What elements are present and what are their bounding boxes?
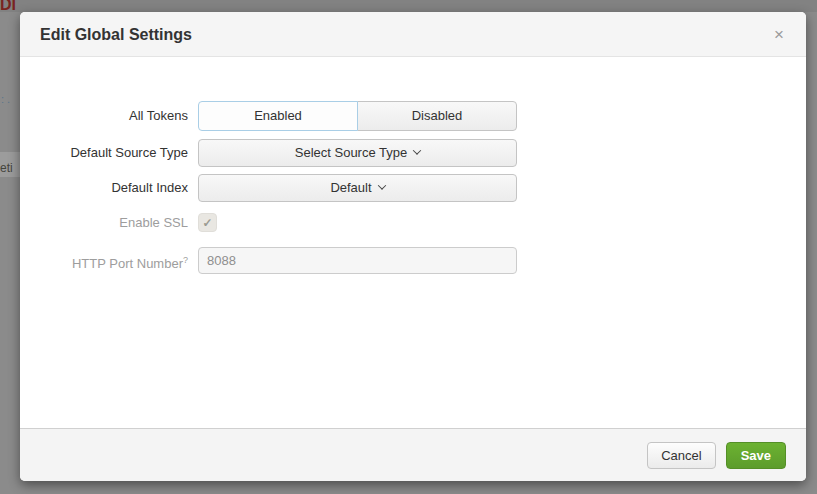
chevron-down-icon <box>377 181 385 189</box>
enabled-toggle-button[interactable]: Enabled <box>198 101 358 131</box>
default-index-value: Default <box>330 175 371 201</box>
dialog-header: Edit Global Settings × <box>20 12 806 57</box>
dialog-footer: Cancel Save <box>20 428 806 481</box>
enable-ssl-checkbox: ✓ <box>198 213 217 232</box>
cancel-button[interactable]: Cancel <box>647 442 715 469</box>
default-source-type-dropdown[interactable]: Select Source Type <box>198 139 517 167</box>
all-tokens-row: All Tokens Enabled Disabled <box>20 101 806 131</box>
dialog-title: Edit Global Settings <box>40 12 192 57</box>
background-text-fragment-top: DI <box>0 0 19 14</box>
edit-global-settings-dialog: Edit Global Settings × All Tokens Enable… <box>20 12 806 481</box>
default-source-type-value: Select Source Type <box>295 140 408 166</box>
disabled-toggle-button[interactable]: Disabled <box>357 101 517 131</box>
background-page-strip <box>0 0 817 12</box>
background-text-fragment-mid: : . <box>1 93 20 105</box>
background-text-fragment-row: eti <box>0 161 20 175</box>
http-port-row: HTTP Port Number? <box>20 247 806 277</box>
all-tokens-toggle-group: Enabled Disabled <box>198 101 517 131</box>
chevron-down-icon <box>413 146 421 154</box>
save-button[interactable]: Save <box>726 442 786 469</box>
http-port-input <box>198 247 517 274</box>
default-source-type-label: Default Source Type <box>20 139 198 167</box>
http-port-label: HTTP Port Number? <box>20 247 198 277</box>
default-index-label: Default Index <box>20 174 198 202</box>
check-icon: ✓ <box>202 216 212 230</box>
default-index-dropdown[interactable]: Default <box>198 174 517 202</box>
enable-ssl-label: Enable SSL <box>20 213 198 232</box>
enable-ssl-row: Enable SSL ✓ <box>20 213 806 232</box>
dialog-body: All Tokens Enabled Disabled Default Sour… <box>20 57 806 428</box>
default-source-type-row: Default Source Type Select Source Type <box>20 139 806 167</box>
close-icon[interactable]: × <box>772 12 786 57</box>
all-tokens-label: All Tokens <box>20 101 198 131</box>
default-index-row: Default Index Default <box>20 174 806 202</box>
help-marker: ? <box>183 255 188 265</box>
